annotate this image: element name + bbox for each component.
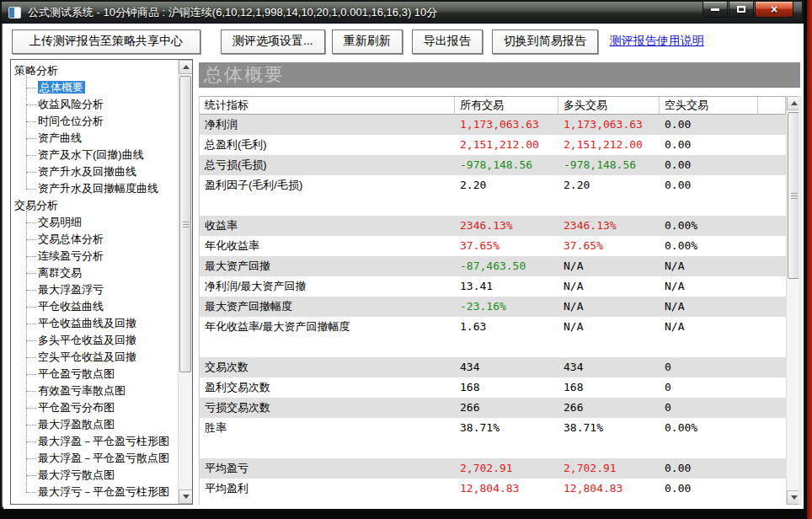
row-label: 盈利交易次数 (200, 377, 455, 398)
tree-item-label: 连续盈亏分析 (38, 249, 104, 262)
row-value: 2.20 (455, 175, 558, 195)
section-gap (200, 337, 786, 357)
row-label: 平均盈利 (200, 479, 455, 499)
row-value: 13.41 (455, 276, 558, 297)
row-value: 0.00 (660, 115, 758, 135)
tree-item-label: 最大浮盈－平仓盈亏柱形图 (38, 435, 169, 447)
row-value: 0 (660, 377, 758, 398)
row-value: N/A (660, 317, 758, 337)
titlebar[interactable]: 公式测试系统 - 10分钟商品 : 沪铜连续(6,10,12,1,998,14,… (2, 2, 802, 24)
frame-filler (799, 96, 802, 505)
tree-item[interactable]: 平仓收益曲线 (38, 298, 177, 315)
table-row: 收益率2346.13%2346.13%0.00% (200, 216, 786, 236)
row-label: 总亏损(毛损) (200, 155, 455, 175)
tree-item[interactable]: 交易总体分析 (38, 231, 177, 248)
row-value: N/A (660, 297, 758, 317)
tree-item[interactable]: 总体概要 (38, 79, 177, 96)
row-value: 0.00 (660, 135, 758, 155)
tree-item[interactable]: 平仓收益曲线及回撤 (38, 315, 177, 332)
tree-item[interactable]: 连续盈亏分析 (38, 248, 177, 265)
column-header: 统计指标 (200, 97, 455, 114)
tree-item[interactable]: 平仓盈亏分布图 (38, 399, 177, 416)
tree-item-label: 平仓收益曲线及回撤 (38, 317, 136, 329)
tree-group-label[interactable]: 策略分析 (14, 62, 177, 79)
row-label: 净利润/最大资产回撤 (200, 276, 455, 297)
tree-item[interactable]: 时间仓位分析 (38, 113, 177, 130)
tree-item-label: 有效盈亏率散点图 (38, 384, 126, 397)
toolbar-button-2[interactable]: 重新刷新 (332, 29, 403, 54)
toolbar-button-0[interactable]: 上传测评报告至策略共享中心 (12, 29, 200, 54)
tree-item[interactable]: 离群交易 (38, 265, 177, 281)
tree-item[interactable]: 平仓盈亏散点图 (38, 366, 177, 383)
row-empty-cell (758, 297, 786, 317)
row-label: 胜率 (200, 418, 455, 438)
toolbar-button-3[interactable]: 导出报告 (412, 29, 483, 54)
tree-item[interactable]: 最大浮亏散点图 (38, 467, 177, 484)
tree-scroll-up-button[interactable] (179, 60, 193, 74)
row-value: 37.65% (558, 236, 660, 256)
maximize-button[interactable] (729, 2, 754, 18)
tree-item[interactable]: 资产曲线 (38, 130, 177, 147)
section-gap (200, 195, 786, 216)
scroll-grip-icon (791, 193, 798, 199)
toolbar-button-1[interactable]: 测评选项设置... (221, 29, 325, 54)
sidebar-tree: 策略分析总体概要收益风险分析时间仓位分析资产曲线资产及水下(回撤)曲线资产升水及… (10, 59, 193, 505)
tree-item[interactable]: 最大浮盈－平仓盈亏散点图 (38, 450, 177, 467)
desktop: 公式测试系统 - 10分钟商品 : 沪铜连续(6,10,12,1,998,14,… (0, 0, 812, 519)
tree-item[interactable]: 最大浮盈－平仓盈亏柱形图 (38, 433, 177, 450)
tree-scroll-down-button[interactable] (179, 490, 193, 504)
row-label: 总盈利(毛利) (200, 135, 455, 155)
tree-item[interactable]: 有效盈亏率散点图 (38, 383, 177, 399)
help-link[interactable]: 测评报告使用说明 (610, 34, 704, 49)
tree-item[interactable]: 多头平仓收益及回撤 (38, 332, 177, 349)
tree-group-label[interactable]: 交易分析 (14, 197, 177, 214)
arrow-down-icon (791, 495, 798, 500)
tree-scrollbar[interactable] (178, 60, 192, 504)
row-label: 交易次数 (200, 357, 455, 377)
row-empty-cell (758, 418, 786, 438)
row-empty-cell (758, 216, 786, 236)
tree-content: 策略分析总体概要收益风险分析时间仓位分析资产曲线资产及水下(回撤)曲线资产升水及… (14, 62, 177, 500)
row-value: 0.00 (660, 155, 758, 175)
tree-item[interactable]: 最大浮亏－平仓盈亏柱形图 (38, 484, 177, 500)
tree-item-label: 收益风险分析 (38, 98, 104, 110)
tree-item-label: 多头平仓收益及回撤 (38, 334, 136, 346)
row-label: 平均盈亏 (200, 458, 455, 479)
table-row: 年化收益率37.65%37.65%0.00% (200, 236, 786, 256)
row-value: 0 (660, 398, 758, 418)
row-value: 266 (455, 398, 558, 418)
tree-item[interactable]: 最大浮盈散点图 (38, 416, 177, 433)
tree-item[interactable]: 资产升水及回撤曲线 (38, 163, 177, 180)
tree-item[interactable]: 资产升水及回撤幅度曲线 (38, 180, 177, 197)
tree-item[interactable]: 最大浮盈浮亏 (38, 281, 177, 298)
row-value: 2346.13% (455, 216, 558, 236)
table-row: 净利润/最大资产回撤13.41N/AN/A (200, 276, 786, 297)
row-empty-cell (758, 458, 786, 479)
row-value: N/A (660, 276, 758, 297)
row-value: N/A (558, 276, 660, 297)
row-label: 最大资产回撤 (200, 256, 455, 276)
row-label: 年化收益率 (200, 236, 455, 256)
row-value: N/A (660, 256, 758, 276)
tree-item[interactable]: 交易明细 (38, 214, 177, 231)
tree-item-label: 交易总体分析 (38, 233, 104, 245)
client-area: 上传测评报告至策略共享中心测评选项设置...重新刷新导出报告切换到简易报告测评报… (3, 24, 804, 509)
tree-item[interactable]: 空头平仓收益及回撤 (38, 349, 177, 366)
toolbar-button-4[interactable]: 切换到简易报告 (492, 29, 598, 54)
minimize-button[interactable] (702, 2, 728, 18)
close-button[interactable]: × (755, 2, 793, 18)
row-label: 最大资产回撤幅度 (200, 297, 455, 317)
tree-item-label: 资产及水下(回撤)曲线 (38, 148, 144, 161)
tree-item-label: 资产升水及回撤曲线 (38, 165, 136, 178)
row-value: 1,173,063.63 (558, 115, 660, 135)
tree-scroll-thumb[interactable] (179, 76, 191, 372)
table-row: 盈利交易次数1681680 (200, 377, 786, 398)
row-label: 收益率 (200, 216, 455, 236)
row-empty-cell (758, 175, 786, 195)
table-scroll-thumb[interactable] (788, 112, 799, 279)
row-value: -23.16% (455, 297, 558, 317)
tree-item[interactable]: 资产及水下(回撤)曲线 (38, 147, 177, 163)
tree-item[interactable]: 收益风险分析 (38, 96, 177, 113)
table-row: 亏损交易次数2662660 (200, 398, 786, 418)
window-controls: × (702, 2, 793, 18)
